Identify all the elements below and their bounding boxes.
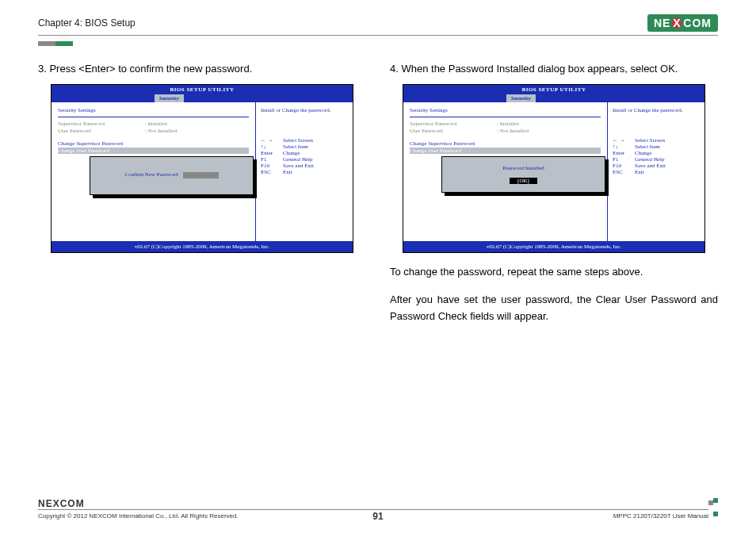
bios-screenshot-right: BIOS SETUP UTILITY Security Security Set…: [403, 84, 705, 253]
page-number: 91: [372, 511, 383, 522]
hint-text: Install or Change the password.: [261, 107, 348, 113]
row-supervisor-password: Supervisor Password: Installed: [410, 121, 601, 127]
post-paragraph-1: To change the password, repeat the same …: [390, 264, 718, 281]
bios-title: BIOS SETUP UTILITY: [403, 85, 704, 94]
dialog-label: Confirm New Password: [124, 171, 178, 178]
ok-button[interactable]: [OK]: [510, 178, 537, 184]
step-4-text: 4. When the Password Installed dialog bo…: [390, 62, 718, 76]
footer-logo: NEXCOM: [38, 498, 718, 509]
password-input-placeholder: [183, 172, 219, 178]
bios-title: BIOS SETUP UTILITY: [52, 85, 353, 94]
help-list: ← →Select Screen ↑↓Select Item EnterChan…: [613, 137, 700, 175]
bios-tab-security: Security: [155, 94, 184, 102]
bios-screenshot-left: BIOS SETUP UTILITY Security Security Set…: [51, 84, 353, 253]
password-installed-dialog: Password Installed [OK]: [441, 156, 605, 193]
section-heading: Security Settings: [58, 107, 249, 117]
row-supervisor-password: Supervisor Password: Installed: [58, 121, 249, 127]
bios-tab-security: Security: [506, 94, 536, 102]
change-user-password-selected: Change User Password: [58, 148, 249, 154]
chapter-title: Chapter 4: BIOS Setup: [38, 17, 136, 29]
manual-name: MPPC 2120T/3220T User Manual: [613, 512, 708, 520]
change-supervisor-password: Change Supervisor Password: [410, 140, 601, 147]
bios-footer: v02.67 (C)Copyright 1985-2009, American …: [403, 241, 704, 252]
section-heading: Security Settings: [410, 107, 601, 117]
header-tab-strip: [38, 35, 718, 40]
bios-footer: v02.67 (C)Copyright 1985-2009, American …: [52, 241, 353, 252]
help-list: ← →Select Screen ↑↓Select Item EnterChan…: [261, 137, 348, 175]
change-user-password-selected: Change User Password: [410, 148, 601, 154]
nexcom-logo: NEXCOM: [647, 14, 718, 32]
row-user-password: User Password: Not Installed: [58, 128, 249, 134]
row-user-password: User Password: Not Installed: [410, 128, 601, 134]
step-3-text: 3. Press <Enter> to confirm the new pass…: [38, 62, 366, 76]
dialog-label: Password Installed: [450, 165, 597, 171]
hint-text: Install or Change the password.: [613, 107, 700, 113]
change-supervisor-password: Change Supervisor Password: [58, 140, 249, 147]
copyright-text: Copyright © 2012 NEXCOM International Co…: [38, 512, 239, 520]
logo-x-icon: X: [671, 17, 682, 29]
confirm-password-dialog: Confirm New Password: [90, 156, 254, 194]
post-paragraph-2: After you have set the user password, th…: [390, 292, 718, 325]
